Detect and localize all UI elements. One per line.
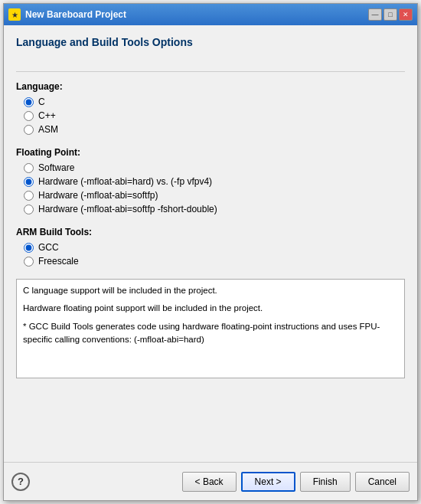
fp-software-item[interactable]: Software — [24, 162, 405, 173]
bt-freescale-radio[interactable] — [24, 257, 34, 267]
fp-software-label: Software — [38, 162, 74, 173]
language-c-label: C — [38, 97, 45, 107]
bt-gcc-label: GCC — [38, 242, 59, 253]
finish-button[interactable]: Finish — [300, 472, 351, 492]
language-asm-item[interactable]: ASM — [24, 124, 405, 135]
info-line-2: Hardware floating point support will be … — [23, 302, 398, 315]
info-line-3: * GCC Build Tools generates code using h… — [23, 320, 398, 347]
footer: ? < Back Next > Finish Cancel — [4, 462, 417, 500]
language-label: Language: — [16, 81, 405, 92]
language-section: Language: C C++ ASM — [16, 81, 405, 135]
floating-point-section: Floating Point: Software Hardware (-mflo… — [16, 147, 405, 214]
fp-softfp-label: Hardware (-mfloat-abi=softfp) — [38, 190, 158, 201]
window-icon: ★ — [8, 8, 21, 21]
floating-point-radio-group: Software Hardware (-mfloat-abi=hard) vs.… — [16, 162, 405, 214]
cancel-button[interactable]: Cancel — [355, 472, 410, 492]
footer-right: < Back Next > Finish Cancel — [182, 472, 410, 492]
floating-point-label: Floating Point: — [16, 147, 405, 158]
main-content: Language and Build Tools Options Languag… — [4, 25, 417, 462]
title-bar-buttons: — □ ✕ — [368, 8, 413, 21]
info-box: C language support will be included in t… — [16, 279, 405, 378]
main-window: ★ New Bareboard Project — □ ✕ Language a… — [3, 3, 418, 501]
bt-freescale-item[interactable]: Freescale — [24, 256, 405, 267]
fp-softfp-item[interactable]: Hardware (-mfloat-abi=softfp) — [24, 190, 405, 201]
next-button[interactable]: Next > — [241, 472, 295, 492]
language-c-item[interactable]: C — [24, 97, 405, 107]
fp-softfp-short-item[interactable]: Hardware (-mfloat-abi=softfp -fshort-dou… — [24, 204, 405, 214]
language-radio-group: C C++ ASM — [16, 97, 405, 135]
fp-softfp-short-label: Hardware (-mfloat-abi=softfp -fshort-dou… — [38, 204, 217, 214]
close-button[interactable]: ✕ — [399, 8, 413, 21]
info-line-1: C language support will be included in t… — [23, 284, 398, 297]
language-cpp-label: C++ — [38, 110, 56, 121]
title-bar: ★ New Bareboard Project — □ ✕ — [4, 4, 417, 25]
fp-softfp-radio[interactable] — [24, 191, 34, 201]
title-divider — [16, 71, 405, 72]
bt-gcc-radio[interactable] — [24, 243, 34, 253]
fp-software-radio[interactable] — [24, 163, 34, 173]
language-asm-label: ASM — [38, 124, 58, 135]
fp-hard-radio[interactable] — [24, 177, 34, 187]
maximize-button[interactable]: □ — [383, 8, 397, 21]
window-title: New Bareboard Project — [25, 9, 364, 20]
language-cpp-radio[interactable] — [24, 111, 34, 121]
fp-softfp-short-radio[interactable] — [24, 205, 34, 214]
footer-left: ? — [11, 473, 30, 491]
page-title: Language and Build Tools Options — [16, 36, 405, 53]
arm-build-tools-radio-group: GCC Freescale — [16, 242, 405, 267]
language-asm-radio[interactable] — [24, 125, 34, 135]
bt-freescale-label: Freescale — [38, 256, 79, 267]
arm-build-tools-section: ARM Build Tools: GCC Freescale — [16, 227, 405, 267]
bt-gcc-item[interactable]: GCC — [24, 242, 405, 253]
minimize-button[interactable]: — — [368, 8, 382, 21]
fp-hard-item[interactable]: Hardware (-mfloat-abi=hard) vs. (-fp vfp… — [24, 176, 405, 187]
fp-hard-label: Hardware (-mfloat-abi=hard) vs. (-fp vfp… — [38, 176, 212, 187]
arm-build-tools-label: ARM Build Tools: — [16, 227, 405, 237]
language-cpp-item[interactable]: C++ — [24, 110, 405, 121]
language-c-radio[interactable] — [24, 97, 34, 107]
back-button[interactable]: < Back — [182, 472, 237, 492]
help-button[interactable]: ? — [11, 473, 30, 491]
